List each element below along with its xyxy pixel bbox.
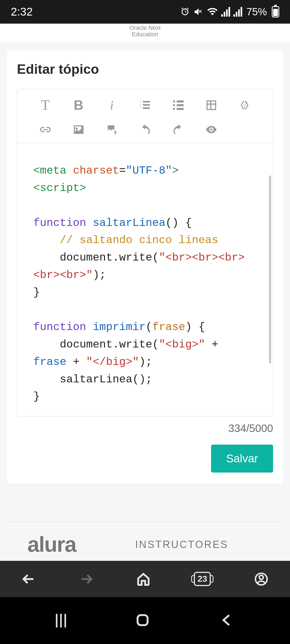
svg-point-0 <box>173 100 175 103</box>
redo-button[interactable] <box>163 123 194 136</box>
edit-topic-card: Editar tópico T B i <box>6 50 284 484</box>
alarm-icon <box>180 7 190 17</box>
table-button[interactable] <box>196 97 227 113</box>
instructors-link[interactable]: INSTRUCTORES <box>135 539 228 550</box>
image-upload-button[interactable] <box>96 123 127 136</box>
wifi-icon <box>207 7 218 17</box>
save-button[interactable]: Salvar <box>211 445 273 473</box>
android-status-bar: 2:32 75% <box>0 0 290 24</box>
preview-button[interactable] <box>196 123 227 136</box>
browser-navbar: 23 <box>0 561 290 597</box>
link-button[interactable] <box>30 123 61 136</box>
scrollbar-thumb[interactable] <box>269 175 271 363</box>
status-icons: 75% <box>180 6 279 18</box>
battery-percent: 75% <box>247 6 267 18</box>
bold-button[interactable]: B <box>63 97 94 113</box>
mute-icon <box>193 7 204 17</box>
nav-home-button[interactable] <box>135 613 150 629</box>
status-time: 2:32 <box>11 5 33 18</box>
signal-icon-2 <box>233 7 242 17</box>
editor-toolbar: T B i <box>17 89 273 143</box>
svg-rect-5 <box>137 615 147 625</box>
code-button[interactable] <box>229 97 260 113</box>
svg-point-1 <box>173 104 175 106</box>
browser-profile-button[interactable] <box>254 572 268 586</box>
card-title: Editar tópico <box>17 61 273 77</box>
bullet-list-button[interactable] <box>163 97 194 113</box>
svg-point-2 <box>173 108 175 110</box>
browser-home-button[interactable] <box>136 572 150 586</box>
undo-button[interactable] <box>130 123 160 136</box>
browser-back-button[interactable] <box>22 572 36 586</box>
rich-editor: T B i <box>17 89 273 416</box>
brand-header: Oracle Next Education <box>0 24 290 42</box>
char-counter: 334/5000 <box>17 422 273 434</box>
svg-point-4 <box>259 575 263 579</box>
heading-button[interactable]: T <box>30 97 61 113</box>
nav-back-button[interactable] <box>219 613 234 629</box>
signal-icon <box>221 7 230 17</box>
android-nav-bar <box>0 597 290 644</box>
nav-recents-button[interactable] <box>56 614 66 628</box>
browser-tabs-button[interactable]: 23 <box>194 572 211 586</box>
editor-textarea[interactable]: <meta charset="UTF-8"> <script> function… <box>17 143 273 416</box>
image-button[interactable] <box>63 123 94 136</box>
ordered-list-button[interactable] <box>130 97 160 113</box>
browser-forward-button[interactable] <box>79 572 93 586</box>
page-footer: alura INSTRUCTORES <box>6 522 284 557</box>
alura-logo: alura <box>27 532 76 557</box>
italic-button[interactable]: i <box>96 97 127 113</box>
battery-icon <box>272 6 279 17</box>
